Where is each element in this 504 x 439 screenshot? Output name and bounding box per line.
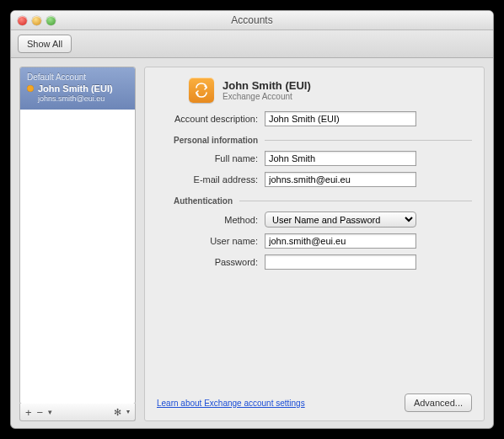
user-name-input[interactable]: [265, 233, 416, 249]
sidebar-footer: + − ▾ ✻ ▾: [19, 404, 136, 421]
sidebar-item-default-account[interactable]: Default Account John Smith (EUI) johns.s…: [20, 67, 135, 110]
email-label: E-mail address:: [157, 174, 258, 185]
exchange-icon: [189, 78, 214, 103]
titlebar: Accounts: [11, 11, 493, 30]
advanced-button[interactable]: Advanced...: [405, 393, 472, 412]
method-select[interactable]: User Name and Password: [265, 211, 416, 228]
footer-menu-button[interactable]: ▾: [48, 409, 52, 416]
show-all-button[interactable]: Show All: [18, 35, 72, 53]
method-label: Method:: [157, 215, 258, 225]
accounts-sidebar[interactable]: Default Account John Smith (EUI) johns.s…: [19, 67, 136, 404]
status-dot-icon: [27, 85, 34, 92]
gear-menu-chevron-icon[interactable]: ▾: [126, 409, 130, 415]
divider: [239, 201, 472, 201]
sidebar-account-name: John Smith (EUI): [38, 83, 113, 94]
password-input[interactable]: [265, 254, 416, 270]
full-name-input[interactable]: [265, 151, 416, 166]
remove-account-button[interactable]: −: [37, 407, 44, 418]
account-description-input[interactable]: [265, 111, 416, 126]
account-title: John Smith (EUI): [223, 79, 311, 92]
toolbar: Show All: [11, 30, 493, 58]
account-details-panel: John Smith (EUI) Exchange Account Accoun…: [144, 67, 485, 421]
email-input[interactable]: [265, 172, 416, 187]
password-label: Password:: [157, 257, 258, 267]
full-name-label: Full name:: [157, 153, 258, 163]
close-window-button[interactable]: [18, 16, 27, 25]
minimize-window-button[interactable]: [32, 16, 41, 25]
window-title: Accounts: [11, 14, 493, 26]
learn-exchange-link[interactable]: Learn about Exchange account settings: [157, 399, 305, 408]
divider: [265, 140, 472, 141]
sidebar-section-header: Default Account: [27, 72, 128, 82]
account-subtitle: Exchange Account: [223, 92, 311, 101]
sidebar-account-email: johns.smith@eui.eu: [38, 94, 128, 103]
gear-icon[interactable]: ✻: [114, 408, 121, 417]
zoom-window-button[interactable]: [46, 16, 56, 25]
add-account-button[interactable]: +: [25, 407, 32, 418]
account-description-label: Account description:: [157, 114, 258, 124]
accounts-window: Accounts Show All Default Account John S…: [10, 10, 494, 429]
user-name-label: User name:: [157, 236, 258, 246]
authentication-section-label: Authentication: [174, 196, 233, 206]
personal-info-section-label: Personal information: [174, 136, 258, 145]
